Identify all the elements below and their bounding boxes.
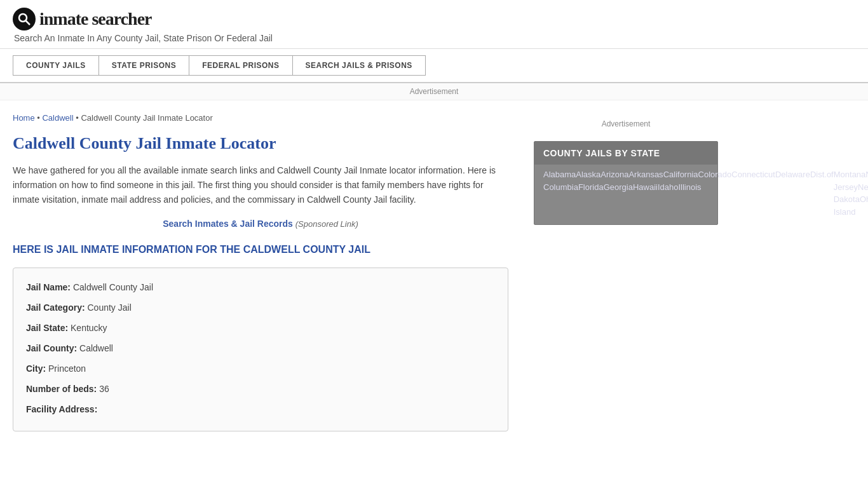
- state-link-arkansas[interactable]: Arkansas: [628, 168, 663, 181]
- city-row: City: Princeton: [26, 360, 495, 377]
- state-link-arizona[interactable]: Arizona: [600, 168, 628, 181]
- jail-name-value: Caldwell County Jail: [73, 282, 153, 292]
- state-link-connecticut[interactable]: Connecticut: [731, 168, 775, 181]
- section-heading: HERE IS JAIL INMATE INFORMATION FOR THE …: [13, 243, 508, 257]
- logo-area: inmate searcher: [13, 8, 855, 30]
- nav-state-prisons[interactable]: STATE PRISONS: [98, 55, 189, 76]
- jail-name-label: Jail Name:: [26, 282, 71, 292]
- states-right-col: MontanaNebraskaNevadaNew HampshireNew Je…: [834, 168, 868, 218]
- sponsored-link[interactable]: Search Inmates & Jail Records: [163, 219, 293, 229]
- nav-search-jails[interactable]: SEARCH JAILS & PRISONS: [292, 55, 426, 76]
- sponsored-label: (Sponsored Link): [295, 219, 358, 229]
- sidebar-ad: Advertisement: [534, 113, 718, 135]
- info-box: Jail Name: Caldwell County Jail Jail Cat…: [13, 268, 508, 431]
- jail-category-value: County Jail: [87, 302, 131, 313]
- state-link-georgia[interactable]: Georgia: [604, 180, 633, 194]
- jail-name-row: Jail Name: Caldwell County Jail: [26, 278, 495, 296]
- jail-county-row: Jail County: Caldwell: [26, 339, 495, 357]
- address-row: Facility Address:: [26, 400, 495, 418]
- states-grid: AlabamaAlaskaArizonaArkansasCaliforniaCo…: [534, 165, 717, 224]
- nav-county-jails[interactable]: COUNTY JAILS: [13, 55, 99, 76]
- state-link-new-mexico[interactable]: New Mexico: [858, 180, 868, 194]
- logo-text: inmate searcher: [39, 9, 152, 29]
- state-link-idaho[interactable]: Idaho: [658, 180, 679, 194]
- jail-county-label: Jail County:: [26, 343, 77, 353]
- beds-value: 36: [99, 384, 109, 394]
- sponsored-link-area: Search Inmates & Jail Records (Sponsored…: [13, 219, 508, 229]
- breadcrumb-home[interactable]: Home: [13, 113, 35, 123]
- state-link-hawaii[interactable]: Hawaii: [633, 180, 658, 194]
- address-label: Facility Address:: [26, 404, 97, 414]
- state-link-illinois[interactable]: Illinois: [678, 180, 701, 194]
- city-value: Princeton: [48, 363, 86, 374]
- beds-row: Number of beds: 36: [26, 380, 495, 398]
- svg-line-1: [26, 21, 31, 25]
- breadcrumb-current: Caldwell County Jail Inmate Locator: [81, 113, 212, 123]
- state-link-montana[interactable]: Montana: [834, 168, 866, 181]
- sidebar-box: COUNTY JAILS BY STATE AlabamaAlaskaArizo…: [534, 141, 718, 225]
- ad-bar: Advertisement: [0, 83, 868, 100]
- state-link-ohio[interactable]: Ohio: [860, 193, 868, 206]
- svg-point-0: [19, 14, 27, 22]
- main-layout: Home • Caldwell • Caldwell County Jail I…: [0, 100, 763, 444]
- state-link-alabama[interactable]: Alabama: [543, 168, 576, 181]
- jail-state-row: Jail State: Kentucky: [26, 319, 495, 337]
- description-text: We have gathered for you all the availab…: [13, 163, 508, 207]
- state-link-california[interactable]: California: [663, 168, 698, 181]
- state-link-colorado[interactable]: Colorado: [698, 168, 732, 181]
- header: inmate searcher Search An Inmate In Any …: [0, 0, 868, 49]
- nav-federal-prisons[interactable]: FEDERAL PRISONS: [189, 55, 292, 76]
- tagline: Search An Inmate In Any County Jail, Sta…: [14, 33, 855, 43]
- sidebar-title: COUNTY JAILS BY STATE: [534, 142, 717, 165]
- state-link-delaware[interactable]: Delaware: [775, 168, 810, 181]
- beds-label: Number of beds:: [26, 384, 97, 394]
- jail-county-value: Caldwell: [79, 343, 113, 353]
- jail-category-label: Jail Category:: [26, 302, 85, 313]
- breadcrumb: Home • Caldwell • Caldwell County Jail I…: [13, 113, 508, 123]
- content-area: Home • Caldwell • Caldwell County Jail I…: [13, 100, 521, 444]
- state-link-nebraska[interactable]: Nebraska: [865, 168, 868, 181]
- nav-bar: COUNTY JAILS STATE PRISONS FEDERAL PRISO…: [0, 49, 868, 83]
- jail-category-row: Jail Category: County Jail: [26, 299, 495, 316]
- state-link-alaska[interactable]: Alaska: [576, 168, 600, 181]
- city-label: City:: [26, 363, 46, 374]
- logo-icon: [13, 8, 36, 30]
- states-left-col: AlabamaAlaskaArizonaArkansasCaliforniaCo…: [543, 168, 834, 218]
- jail-state-label: Jail State:: [26, 323, 68, 333]
- breadcrumb-caldwell[interactable]: Caldwell: [42, 113, 73, 123]
- sidebar: Advertisement COUNTY JAILS BY STATE Alab…: [521, 100, 718, 444]
- page-title: Caldwell County Jail Inmate Locator: [13, 134, 508, 153]
- jail-state-value: Kentucky: [71, 323, 107, 333]
- state-link-florida[interactable]: Florida: [578, 180, 604, 194]
